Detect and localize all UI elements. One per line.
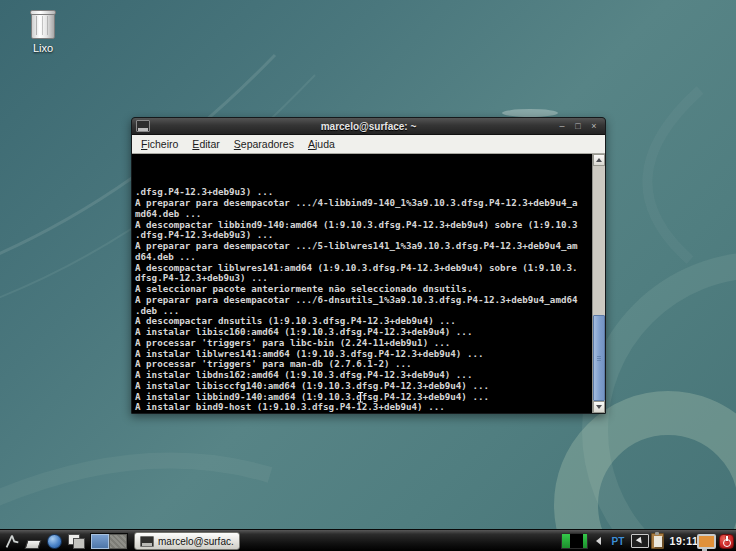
show-desktop-icon: [25, 540, 42, 549]
terminal-line: A processar 'triggers' para libc-bin (2.…: [135, 338, 592, 349]
globe-icon: [47, 534, 62, 549]
terminal-line: A preparar para desempacotar .../5-liblw…: [135, 241, 592, 252]
menu-item-separadores[interactable]: Separadores: [227, 138, 301, 150]
terminal-line: md64.deb ...: [135, 209, 592, 220]
terminal-body: .dfsg.P4-12.3+deb9u3) ...A preparar para…: [132, 154, 605, 413]
workspace-2[interactable]: [109, 534, 127, 549]
triangle-up-icon: [596, 158, 602, 162]
menu-bar: FicheiroEditarSeparadoresAjuda: [132, 135, 605, 154]
keyboard-layout-indicator[interactable]: PT: [608, 530, 628, 551]
taskbar-window-button[interactable]: marcelo@surfac...: [134, 532, 240, 550]
close-button[interactable]: ×: [589, 121, 599, 131]
triangle-down-icon: [596, 405, 602, 409]
window-list-button[interactable]: [66, 530, 86, 551]
taskbar-window-label: marcelo@surfac...: [158, 536, 234, 547]
terminal-mini-icon: [140, 536, 154, 547]
scroll-up-button[interactable]: [593, 154, 605, 166]
workspace-switcher: [90, 530, 128, 551]
window-list-icon: [67, 533, 85, 549]
maximize-button[interactable]: □: [573, 121, 583, 131]
terminal-line: A preparar para desempacotar .../4-libbi…: [135, 198, 592, 209]
desktop: Lixo marcelo@surface: ~ – □ × FicheiroEd…: [0, 0, 736, 551]
cpu-graph-applet[interactable]: [561, 533, 588, 549]
terminal-window: marcelo@surface: ~ – □ × FicheiroEditarS…: [131, 117, 606, 414]
tray-collapse-button[interactable]: [593, 530, 603, 551]
web-browser-launcher[interactable]: [45, 530, 64, 551]
power-icon: [719, 534, 734, 549]
applications-menu-button[interactable]: [2, 530, 22, 551]
trash-icon-label: Lixo: [18, 42, 68, 54]
menu-item-ficheiro[interactable]: Ficheiro: [134, 138, 185, 150]
trash-desktop-icon[interactable]: Lixo: [18, 8, 68, 54]
clipboard-icon: [651, 533, 664, 549]
remote-desktop-tray-icon[interactable]: [630, 530, 649, 551]
menu-item-editar[interactable]: Editar: [185, 138, 226, 150]
cpu-graph-bar: [562, 534, 570, 548]
clipboard-manager-tray-icon[interactable]: [650, 530, 665, 551]
power-button[interactable]: [718, 530, 734, 551]
terminal-output[interactable]: .dfsg.P4-12.3+deb9u3) ...A preparar para…: [132, 154, 592, 413]
terminal-line: A preparar para desempacotar .../6-dnsut…: [135, 295, 592, 306]
trash-can-icon[interactable]: [31, 10, 55, 39]
taskbar: marcelo@surfac... PT 19:11: [0, 529, 736, 551]
menu-item-ajuda[interactable]: Ajuda: [301, 138, 342, 150]
remote-desktop-icon: [631, 534, 649, 548]
display-settings-tray-icon[interactable]: [696, 530, 716, 551]
terminal-scrollbar[interactable]: [592, 154, 605, 413]
scrollbar-thumb[interactable]: [593, 315, 605, 401]
cpu-graph-bar2: [583, 534, 587, 548]
terminal-line: A instalar libisccfg140:amd64 (1:9.10.3.…: [135, 381, 592, 392]
workspace-1[interactable]: [91, 534, 109, 549]
display-icon: [697, 534, 716, 549]
show-desktop-button[interactable]: [24, 530, 42, 551]
applications-menu-icon: [3, 532, 21, 550]
terminal-line: d64.deb ...: [135, 252, 592, 263]
scroll-down-button[interactable]: [593, 401, 605, 413]
minimize-button[interactable]: –: [557, 121, 567, 131]
tray-collapse-arrow-icon: [596, 537, 601, 545]
window-title: marcelo@surface: ~: [132, 121, 605, 132]
window-titlebar[interactable]: marcelo@surface: ~ – □ ×: [132, 118, 605, 135]
